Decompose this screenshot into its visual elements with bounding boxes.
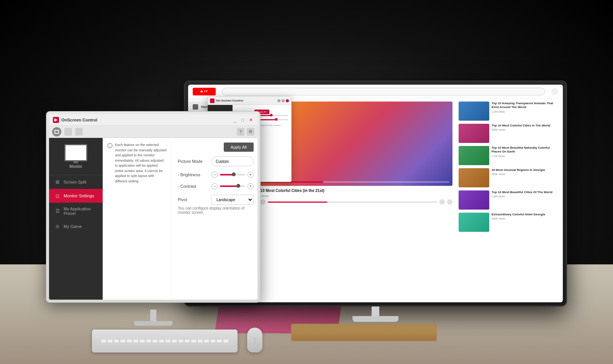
sug-views-2: 890K views [492, 128, 560, 131]
fullscreen-btn[interactable] [447, 199, 452, 205]
large-monitor-base [352, 316, 398, 322]
osc-app-pivot-label: Pivot [178, 197, 208, 202]
osc-app-close-btn[interactable]: ✕ [249, 118, 254, 122]
osc-app-main-content: i Each feature on the selected monitor c… [103, 138, 257, 300]
yt-search-bar[interactable] [222, 88, 545, 95]
keyboard-keys [99, 338, 230, 344]
small-monitor-base [134, 321, 172, 326]
large-monitor-neck [372, 307, 379, 316]
yt-main-content: Top 10 Most Colorful Cities (in the 21st… [249, 98, 563, 302]
osc-app-contrast-minus[interactable]: − [211, 183, 218, 189]
osc-app-info-text: Each feature on the selected monitor can… [115, 143, 167, 184]
osc-app-field-picturemode: Picture Mode Custom Standard Cinema [178, 156, 254, 166]
sug-title-6: Extraordinary Colorful Hotel Georgia [492, 213, 560, 216]
key-7 [139, 339, 145, 343]
osc-overlay-title: On Screen Control [216, 99, 243, 102]
key-20 [223, 339, 229, 343]
key-18 [210, 339, 216, 343]
osc-app-nav-applypreset[interactable]: ☰ My Application Preset [49, 203, 103, 220]
osc-app-pivot-select[interactable]: Landscape Portrait Portrait (flipped) [211, 195, 254, 205]
osc-overlay-maximize[interactable] [282, 99, 285, 102]
key-19 [216, 339, 222, 343]
sug-views-5: 1.8M views [492, 195, 560, 198]
sug-title-2: Top 10 Most Colorful Cities In The World [492, 124, 560, 128]
suggested-video-5: Top 10 Most Beautiful Cities Of The Worl… [459, 190, 560, 210]
osc-app-maximize-btn[interactable]: □ [241, 118, 246, 122]
small-monitor-screen: ▶ OnScreen Control _ □ ✕ [49, 114, 257, 300]
sug-views-4: 450K views [492, 173, 560, 175]
osc-app-brightness-plus[interactable]: + [247, 172, 254, 178]
osc-app-brightness-slider-container: − + [211, 172, 254, 178]
osc-app-contrast-track [220, 185, 245, 187]
suggested-video-4: 10 Most Unusual Regions In Georgia 450K … [459, 168, 560, 187]
osc-app-brightness-track [220, 174, 245, 175]
key-3 [114, 339, 120, 343]
osc-app-nav-mygame[interactable]: ⊙ My Game [49, 220, 103, 233]
small-monitor-neck [150, 310, 156, 321]
key-2 [107, 339, 113, 343]
key-9 [152, 339, 158, 343]
osc-overlay-close[interactable] [286, 99, 289, 102]
osc-app-sidebar: Monitor ⊞ Screen Split ◻ Monitor Setting… [49, 138, 103, 300]
osc-app-brightness-label: - Brightness [178, 172, 208, 177]
osc-app-field-contrast: - Contrast − + [178, 183, 254, 189]
osc-app-pivot-desc: You can configure display orientation of… [178, 206, 254, 215]
key-11 [165, 339, 171, 343]
osc-app-brightness-minus[interactable]: − [211, 172, 218, 178]
toolbar-dots-1[interactable] [64, 128, 72, 136]
osc-app-apply-btn[interactable]: Apply All [224, 143, 254, 152]
toolbar-dots-2[interactable] [75, 128, 83, 136]
osc-app-minimize-btn[interactable]: _ [234, 118, 238, 122]
suggested-video-3: Top 10 Most Beautiful Naturally Colorful… [459, 146, 560, 165]
osc-app-preset-icon: ☰ [54, 208, 61, 214]
osc-app-contrast-thumb[interactable] [236, 184, 240, 188]
skip-btn[interactable] [260, 199, 266, 205]
key-16 [197, 339, 203, 343]
mouse-button-divider [255, 337, 255, 345]
toolbar-help-btn[interactable]: ? [237, 128, 244, 136]
osc-overlay-brightness-thumb[interactable] [270, 114, 273, 116]
sug-info-6: Extraordinary Colorful Hotel Georgia 320… [492, 213, 560, 232]
osc-app-brightness-thumb[interactable] [232, 172, 236, 176]
osc-app-pivot-row: Pivot Landscape Portrait Portrait (flipp… [178, 195, 254, 205]
settings-btn[interactable] [439, 199, 445, 205]
osc-app-nav-game-label: My Game [64, 224, 82, 229]
key-4 [120, 339, 126, 343]
osc-app-nav-preset-label: My Application Preset [64, 207, 97, 216]
osc-app-pivot-section: Pivot Landscape Portrait Portrait (flipp… [178, 195, 254, 215]
sug-title-5: Top 10 Most Beautiful Cities Of The Worl… [492, 190, 560, 194]
osc-app-monitor-section: Monitor [49, 138, 103, 175]
osc-overlay-win-btns [277, 99, 289, 102]
osc-overlay-logo [210, 98, 215, 103]
small-monitor: ▶ OnScreen Control _ □ ✕ [46, 111, 261, 326]
mouse-body [247, 328, 262, 353]
osc-overlay-titlebar: On Screen Control [208, 97, 291, 105]
osc-app-win-buttons: _ □ ✕ [234, 118, 254, 122]
monitor-wood-stand [291, 324, 437, 341]
sug-thumb-1 [459, 102, 489, 121]
osc-app-nav-monitorsettings[interactable]: ◻ Monitor Settings [49, 189, 103, 203]
osc-app-nav-split-label: Screen Split [64, 180, 86, 184]
monitor-thumb-icon [52, 127, 61, 136]
key-8 [146, 339, 152, 343]
key-10 [159, 339, 164, 343]
osc-app-info-panel: i Each feature on the selected monitor c… [103, 138, 172, 300]
osc-app-nav-screensplit[interactable]: ⊞ Screen Split [49, 175, 103, 189]
small-monitor-stand [134, 310, 172, 326]
osc-overlay-minimize[interactable] [277, 99, 280, 102]
sug-thumb-6 [459, 213, 489, 232]
osc-app-picturemode-select[interactable]: Custom Standard Cinema [211, 156, 254, 166]
toolbar-settings-btn[interactable]: ⚙ [247, 128, 254, 136]
sug-views-6: 320K views [492, 217, 560, 220]
osc-overlay-contrast-thumb[interactable] [275, 118, 278, 121]
osc-app-contrast-slider-container: − + [211, 183, 254, 189]
info-icon: i [107, 143, 113, 148]
key-17 [204, 339, 210, 343]
video-controls [252, 199, 452, 205]
osc-app-contrast-plus[interactable]: + [247, 183, 254, 189]
osc-app-titlebar: ▶ OnScreen Control _ □ ✕ [49, 114, 257, 126]
small-monitor-frame: ▶ OnScreen Control _ □ ✕ [46, 111, 261, 303]
sug-thumb-2 [459, 124, 489, 143]
osc-app-contrast-fill [220, 185, 238, 187]
osc-app-contrast-label: - Contrast [178, 184, 208, 189]
